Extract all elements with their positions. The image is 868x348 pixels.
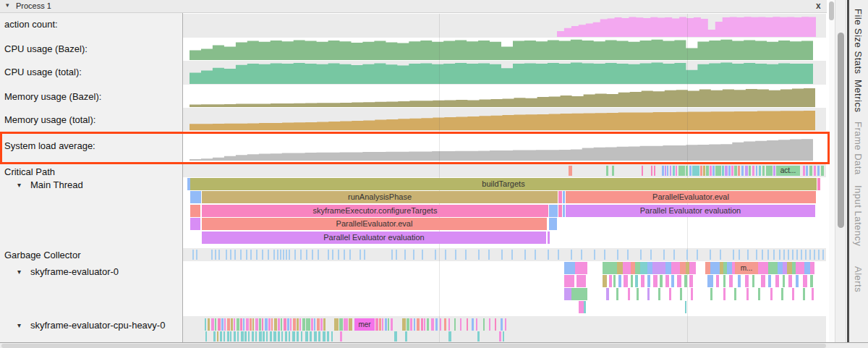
trace-slice[interactable]: [435, 318, 438, 331]
trace-slice[interactable]: [631, 275, 633, 287]
trace-slice[interactable]: [227, 318, 230, 331]
trace-slice[interactable]: [344, 318, 348, 331]
trace-slice[interactable]: [382, 318, 383, 331]
trace-slice[interactable]: [323, 318, 326, 331]
trace-slice[interactable]: [472, 318, 474, 331]
trace-slice[interactable]: [822, 250, 824, 260]
trace-slice[interactable]: [323, 331, 326, 341]
tab-metrics[interactable]: Metrics: [853, 80, 864, 112]
trace-slice[interactable]: [594, 250, 595, 260]
trace-slice[interactable]: [349, 318, 352, 331]
trace-slice[interactable]: [569, 166, 572, 176]
trace-slice[interactable]: [563, 205, 565, 217]
collapse-arrow-icon[interactable]: ▾: [17, 268, 21, 276]
trace-slice[interactable]: [710, 166, 712, 176]
trace-slice[interactable]: [404, 250, 406, 260]
trace-slice[interactable]: [627, 250, 629, 260]
trace-slice[interactable]: [564, 262, 575, 274]
trace-slice[interactable]: [338, 250, 339, 260]
trace-slice[interactable]: [678, 166, 685, 176]
trace-slice-labeled[interactable]: mer: [354, 318, 375, 331]
trace-slice[interactable]: [741, 166, 744, 176]
trace-slice[interactable]: [812, 288, 814, 300]
trace-slice[interactable]: [781, 288, 783, 300]
trace-slice[interactable]: [787, 262, 792, 274]
trace-slice[interactable]: [689, 275, 693, 287]
trace-slice[interactable]: [680, 288, 682, 300]
trace-slice[interactable]: [715, 166, 721, 176]
trace-slice[interactable]: [788, 250, 789, 260]
trace-slice[interactable]: [208, 318, 210, 331]
horizontal-scrollbar[interactable]: [0, 342, 868, 348]
trace-slice[interactable]: [745, 275, 749, 287]
trace-slice[interactable]: [747, 250, 749, 260]
trace-slice[interactable]: [783, 275, 785, 287]
trace-slice[interactable]: [663, 250, 665, 260]
trace-slice[interactable]: [405, 331, 407, 341]
trace-slice[interactable]: [305, 331, 308, 341]
trace-slice[interactable]: [706, 166, 709, 176]
trace-slice[interactable]: [234, 250, 236, 260]
trace-slice[interactable]: [465, 250, 467, 260]
collapse-arrow-icon[interactable]: ▾: [17, 321, 21, 329]
trace-slice[interactable]: [548, 250, 549, 260]
process-header[interactable]: ▾ Process 1 x: [0, 0, 827, 13]
trace-slice[interactable]: [703, 166, 705, 176]
trace-slice-labeled[interactable]: ParallelEvaluator.eval: [202, 218, 547, 230]
trace-slice[interactable]: [575, 262, 587, 274]
trace-slice[interactable]: [640, 250, 642, 260]
trace-slice[interactable]: [796, 250, 798, 260]
trace-slice[interactable]: [220, 331, 222, 341]
trace-slice[interactable]: [286, 250, 287, 260]
trace-slice[interactable]: [734, 166, 737, 176]
trace-slice[interactable]: [396, 250, 397, 260]
trace-slice[interactable]: [192, 250, 194, 260]
trace-slice[interactable]: [665, 262, 671, 274]
trace-slice[interactable]: [817, 178, 820, 190]
trace-slice[interactable]: [385, 318, 387, 331]
trace-slice[interactable]: [250, 318, 252, 331]
trace-slice[interactable]: [278, 331, 280, 341]
trace-slice[interactable]: [334, 318, 339, 331]
trace-slice[interactable]: [237, 318, 239, 331]
trace-slice[interactable]: [524, 250, 526, 260]
trace-slice[interactable]: [613, 275, 616, 287]
trace-slice[interactable]: [402, 318, 406, 331]
cpu-usage-bazel-chart[interactable]: [190, 38, 813, 60]
trace-slice[interactable]: [792, 288, 794, 300]
trace-slice[interactable]: [391, 250, 393, 260]
trace-slice-labeled[interactable]: runAnalysisPhase: [202, 191, 558, 203]
trace-slice[interactable]: [762, 250, 763, 260]
trace-slice[interactable]: [280, 250, 281, 260]
trace-slice[interactable]: [246, 318, 249, 331]
trace-slice[interactable]: [285, 331, 287, 341]
trace-slice[interactable]: [227, 331, 229, 341]
trace-slice[interactable]: [796, 262, 804, 274]
trace-slice[interactable]: [417, 318, 420, 331]
trace-slice[interactable]: [723, 275, 726, 287]
trace-slice[interactable]: [314, 331, 317, 341]
trace-slice[interactable]: [667, 166, 668, 176]
trace-slice[interactable]: [660, 275, 663, 287]
trace-slice[interactable]: [761, 275, 765, 287]
trace-slice[interactable]: [689, 166, 692, 176]
trace-slice[interactable]: [388, 318, 389, 331]
tab-file-size-stats[interactable]: File Size Stats: [853, 9, 864, 75]
cpu-usage-total-chart[interactable]: [190, 61, 813, 84]
trace-slice[interactable]: [809, 250, 811, 260]
trace-slice[interactable]: [243, 318, 244, 331]
trace-slice[interactable]: [756, 166, 757, 176]
trace-slice[interactable]: [422, 250, 423, 260]
trace-slice[interactable]: [579, 301, 584, 313]
trace-slice[interactable]: [814, 250, 815, 260]
trace-slice[interactable]: [391, 318, 393, 331]
trace-slice[interactable]: [691, 288, 693, 300]
trace-slice[interactable]: [658, 288, 660, 300]
trace-slice[interactable]: [266, 331, 268, 341]
trace-slice[interactable]: [359, 250, 361, 260]
trace-slice[interactable]: [731, 166, 733, 176]
trace-slice[interactable]: [752, 275, 754, 287]
trace-slice[interactable]: [728, 166, 731, 176]
trace-slice[interactable]: [535, 250, 536, 260]
trace-slice[interactable]: [651, 166, 652, 176]
